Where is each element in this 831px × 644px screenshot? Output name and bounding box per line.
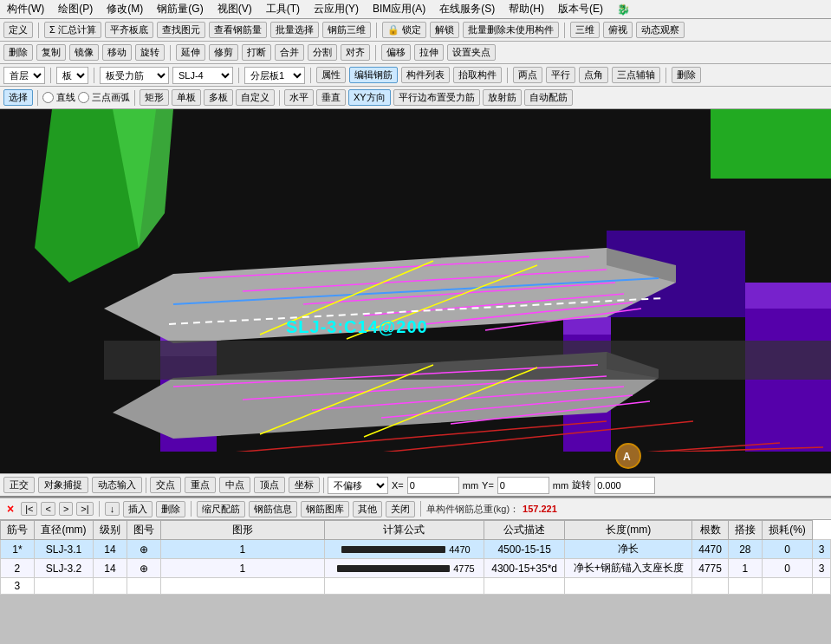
component-list-btn[interactable]: 构件列表 (401, 67, 450, 83)
y-input[interactable] (497, 477, 549, 494)
define-btn[interactable]: 定义 (3, 22, 33, 38)
rect-btn[interactable]: 矩形 (140, 89, 169, 106)
menu-item-online[interactable]: 在线服务(S) (436, 2, 498, 16)
parallel-edge-btn[interactable]: 平行边布置受力筋 (393, 89, 480, 106)
vert-btn[interactable]: 垂直 (316, 89, 346, 106)
del-rebar-btn[interactable]: 删除 (672, 67, 701, 83)
vertex-btn[interactable]: 顶点 (254, 477, 285, 493)
split-btn[interactable]: 分割 (308, 44, 337, 61)
down-btn[interactable]: ↓ (105, 502, 120, 516)
single-slab-btn[interactable]: 单板 (172, 89, 201, 106)
break-btn[interactable]: 打断 (242, 44, 271, 61)
top-view-btn[interactable]: 俯视 (603, 22, 633, 38)
extend-btn[interactable]: 延伸 (176, 44, 205, 61)
nav-first-btn[interactable]: |< (21, 502, 37, 516)
stretch-btn[interactable]: 拉伸 (414, 44, 444, 61)
table-row[interactable]: 3 (1, 578, 831, 595)
x-input[interactable] (407, 477, 459, 494)
scale-rebar-btn[interactable]: 缩尺配筋 (197, 501, 245, 517)
floor-select[interactable]: 首层 (3, 67, 45, 84)
property-btn[interactable]: 属性 (316, 67, 346, 83)
snap-btn[interactable]: 对象捕捉 (38, 477, 88, 493)
merge-btn[interactable]: 合并 (275, 44, 304, 61)
menu-item-version[interactable]: 版本号(E) (555, 2, 607, 16)
3d-view-btn[interactable]: 三维 (570, 22, 600, 38)
close-btn[interactable]: × (3, 502, 17, 516)
close-panel-btn[interactable]: 关闭 (386, 501, 415, 517)
angle-btn[interactable]: 点角 (579, 67, 608, 83)
unlock-btn[interactable]: 解锁 (430, 22, 459, 38)
two-point-btn[interactable]: 两点 (513, 67, 542, 83)
lock-btn[interactable]: 🔒 锁定 (382, 22, 426, 38)
menu-item-construct[interactable]: 构件(W) (3, 2, 48, 16)
col-overlap: 搭接 (728, 521, 762, 540)
menu-item-rebar-qty[interactable]: 钢筋量(G) (153, 2, 206, 16)
insert-btn[interactable]: 插入 (123, 501, 153, 517)
ortho-btn[interactable]: 正交 (3, 477, 35, 493)
rebar-3d-btn[interactable]: 钢筋三维 (322, 22, 371, 38)
multi-slab-btn[interactable]: 多板 (204, 89, 233, 106)
offset-btn[interactable]: 偏移 (381, 44, 411, 61)
line-label[interactable]: 直线 (56, 91, 75, 104)
menu-item-modify[interactable]: 修改(M) (103, 2, 146, 16)
coord-btn[interactable]: 坐标 (289, 477, 320, 493)
center-btn[interactable]: 中点 (219, 477, 250, 493)
cell-overlap: 0 (762, 559, 812, 578)
bottom-panel: × |< < > >| ↓ 插入 删除 缩尺配筋 钢筋信息 钢筋图库 其他 关闭… (0, 496, 831, 595)
intersect-btn[interactable]: 交点 (150, 477, 181, 493)
move-btn[interactable]: 移动 (102, 44, 132, 61)
custom-btn[interactable]: 自定义 (236, 89, 275, 106)
move-mode-select[interactable]: 不偏移 (328, 477, 388, 494)
menu-item-bim[interactable]: BIM应用(A) (369, 2, 429, 16)
three-pt-aux-btn[interactable]: 三点辅轴 (612, 67, 660, 83)
calc-btn[interactable]: Σ 汇总计算 (44, 22, 101, 38)
viewport[interactable]: SLJ-3:C14@200 Z X A (0, 109, 831, 473)
rebarname-select[interactable]: SLJ-4 (172, 67, 233, 84)
level-plate-btn[interactable]: 平齐板底 (105, 22, 153, 38)
rebar-lib-btn[interactable]: 钢筋图库 (301, 501, 349, 517)
delete-row-btn[interactable]: 删除 (156, 501, 185, 517)
menu-item-help[interactable]: 帮助(H) (505, 2, 548, 16)
arc-label[interactable]: 三点画弧 (92, 91, 130, 104)
parallel-btn[interactable]: 平行 (546, 67, 575, 83)
batch-select-btn[interactable]: 批量选择 (270, 22, 319, 38)
menu-item-tools[interactable]: 工具(T) (263, 2, 303, 16)
delete-btn[interactable]: 删除 (3, 44, 33, 61)
table-row[interactable]: 2 SLJ-3.2 14 ⊕ 1 4775 4300-15+35*d 净长+钢筋… (1, 559, 831, 578)
copy-btn[interactable]: 复制 (36, 44, 66, 61)
layer-select[interactable]: 分层板1 (244, 67, 305, 84)
auto-rebar-btn[interactable]: 自动配筋 (524, 89, 573, 106)
edit-rebar-btn[interactable]: 编辑钢筋 (349, 67, 398, 83)
menu-item-cloud[interactable]: 云应用(Y) (310, 2, 362, 16)
dynamic-view-btn[interactable]: 动态观察 (636, 22, 685, 38)
trim-btn[interactable]: 修剪 (209, 44, 238, 61)
nav-last-btn[interactable]: >| (76, 502, 93, 516)
horiz-btn[interactable]: 水平 (284, 89, 314, 106)
xy-dir-btn[interactable]: XY方向 (348, 89, 391, 106)
component-select[interactable]: 板 (56, 67, 88, 84)
dynamic-input-btn[interactable]: 动态输入 (92, 477, 142, 493)
arc-radio[interactable] (78, 92, 89, 103)
nav-prev-btn[interactable]: < (41, 502, 55, 516)
find-elem-btn[interactable]: 查找图元 (157, 22, 205, 38)
menu-item-draw[interactable]: 绘图(P) (55, 2, 96, 16)
menu-item-view[interactable]: 视图(V) (214, 2, 256, 16)
others-btn[interactable]: 其他 (353, 501, 382, 517)
radial-btn[interactable]: 放射筋 (483, 89, 522, 106)
rebartype-select[interactable]: 板受力筋 (100, 67, 169, 84)
rotate-btn[interactable]: 旋转 (135, 44, 165, 61)
pickup-btn[interactable]: 抬取构件 (453, 67, 502, 83)
mirror-btn[interactable]: 镜像 (69, 44, 99, 61)
line-radio[interactable] (42, 92, 54, 103)
grip-btn[interactable]: 设置夹点 (447, 44, 496, 61)
rotate-input[interactable] (594, 477, 655, 494)
data-table: 筋号 直径(mm) 级别 图号 图形 计算公式 公式描述 长度(mm) 根数 搭… (0, 520, 831, 595)
view-rebar-btn[interactable]: 查看钢筋量 (209, 22, 267, 38)
batch-delete-btn[interactable]: 批量删除未使用构件 (463, 22, 559, 38)
select-mode-btn[interactable]: 选择 (3, 89, 33, 106)
nav-next-btn[interactable]: > (59, 502, 73, 516)
midpoint-btn[interactable]: 重点 (185, 477, 216, 493)
align-btn[interactable]: 对齐 (341, 44, 370, 61)
table-row[interactable]: 1* SLJ-3.1 14 ⊕ 1 4470 4500-15-15 净长 447… (1, 540, 831, 559)
rebar-info-btn[interactable]: 钢筋信息 (249, 501, 297, 517)
